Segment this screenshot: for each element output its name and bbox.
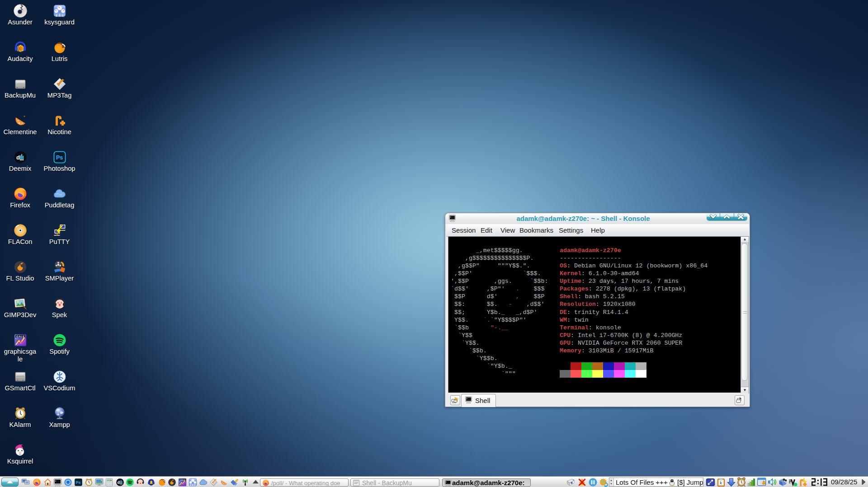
svg-text:d: d <box>117 480 119 485</box>
svg-text:d: d <box>16 154 20 161</box>
svg-text:k: k <box>720 480 722 485</box>
svg-text:GALE: GALE <box>179 478 185 481</box>
svg-text:GALE: GALE <box>16 335 25 338</box>
svg-text:Ps: Ps <box>56 155 63 161</box>
svg-text:Ps: Ps <box>75 480 80 485</box>
